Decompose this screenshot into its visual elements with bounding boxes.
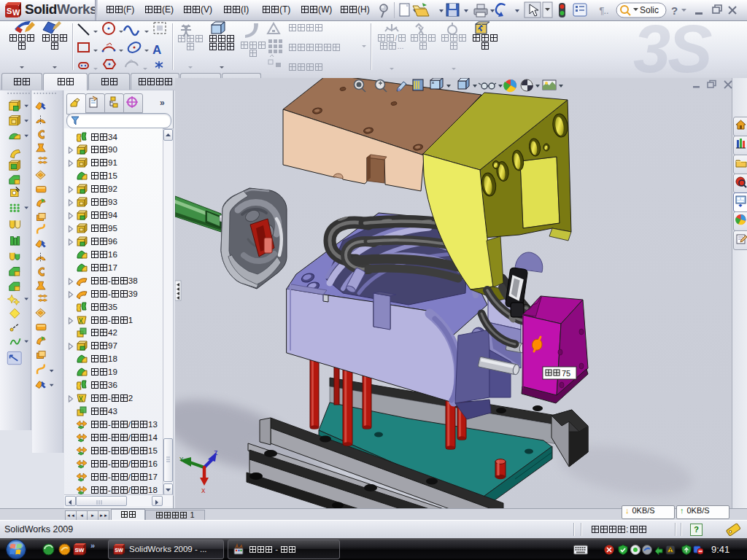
svg-text:SW: SW xyxy=(75,547,85,553)
svg-text:¶..: ¶.. xyxy=(599,5,609,16)
svg-text:S: S xyxy=(7,7,12,15)
svg-text:Y: Y xyxy=(179,456,184,464)
svg-text:75: 75 xyxy=(562,369,570,378)
svg-text:W: W xyxy=(12,8,20,17)
svg-text:SW: SW xyxy=(115,548,123,553)
svg-text:X: X xyxy=(201,488,206,495)
svg-text:Z: Z xyxy=(214,450,218,457)
svg-text:A: A xyxy=(152,43,161,57)
